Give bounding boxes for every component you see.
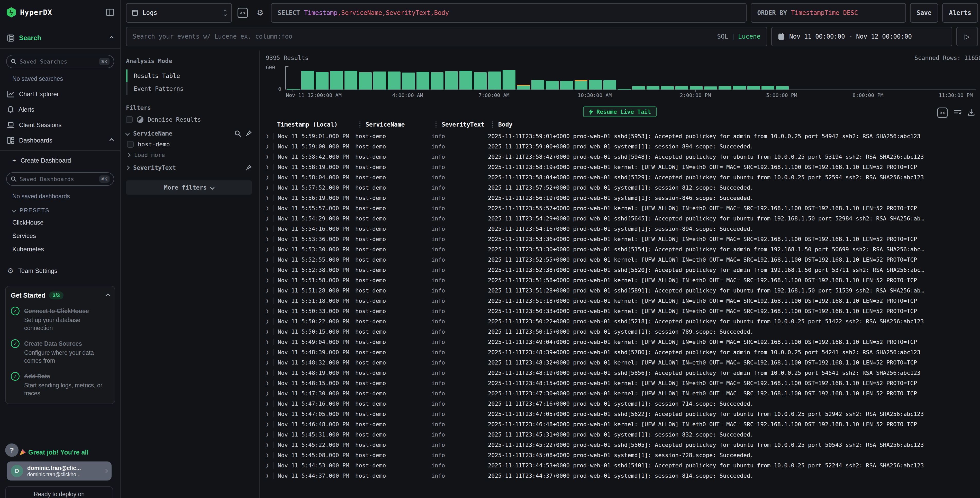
sql-toggle[interactable]: SQL: [717, 33, 728, 40]
histogram-bar[interactable]: [359, 72, 372, 89]
table-row[interactable]: ❯Nov 11 5:45:22.000 PMhost-demoinfo2025-…: [260, 440, 980, 450]
column-severitytext[interactable]: SeverityText: [436, 121, 492, 128]
download-icon[interactable]: [968, 109, 975, 116]
histogram-bar[interactable]: [603, 80, 616, 89]
resume-live-tail-button[interactable]: Resume Live Tail: [583, 107, 657, 117]
table-row[interactable]: ❯Nov 11 5:44:37.000 PMhost-demoinfo2025-…: [260, 471, 980, 481]
table-row[interactable]: ❯Nov 11 5:57:52.000 PMhost-demoinfo2025-…: [260, 182, 980, 193]
chart-plot[interactable]: [285, 66, 976, 89]
preset-kubernetes[interactable]: Kubernetes: [0, 243, 120, 256]
histogram-bar[interactable]: [503, 70, 515, 90]
mode-event-patterns[interactable]: Event Patterns: [126, 82, 252, 95]
pin-icon[interactable]: [245, 130, 252, 137]
mode-results-table[interactable]: Results Table: [126, 69, 252, 82]
histogram-bar[interactable]: [704, 86, 717, 89]
denoise-results-checkbox[interactable]: Denoise Results: [126, 116, 252, 123]
sidebar-item-alerts[interactable]: Alerts: [0, 102, 120, 117]
table-row[interactable]: ❯Nov 11 5:50:33.000 PMhost-demoinfo2025-…: [260, 306, 980, 316]
histogram-bar[interactable]: [460, 71, 472, 89]
histogram-bar[interactable]: [733, 86, 746, 89]
histogram-bar[interactable]: [488, 72, 501, 90]
event-search-input[interactable]: Search your events w/ Lucene ex. column:…: [126, 27, 767, 46]
table-row[interactable]: ❯Nov 11 5:45:31.000 PMhost-demoinfo2025-…: [260, 429, 980, 440]
table-row[interactable]: ❯Nov 11 5:58:04.000 PMhost-demoinfo2025-…: [260, 172, 980, 182]
column-body[interactable]: Body: [492, 121, 980, 128]
histogram-bar[interactable]: [647, 86, 659, 89]
histogram-bar[interactable]: [589, 80, 602, 89]
column-resize-handle[interactable]: [360, 121, 360, 128]
table-row[interactable]: ❯Nov 11 5:58:19.000 PMhost-demoinfo2025-…: [260, 162, 980, 172]
presets-header[interactable]: PRESETS: [0, 204, 120, 216]
lucene-toggle[interactable]: Lucene: [738, 33, 760, 40]
table-row[interactable]: ❯Nov 11 5:55:57.000 PMhost-demoinfo2025-…: [260, 203, 980, 213]
table-row[interactable]: ❯Nov 11 5:47:30.000 PMhost-demoinfo2025-…: [260, 388, 980, 399]
table-row[interactable]: ❯Nov 11 5:45:08.000 PMhost-demoinfo2025-…: [260, 450, 980, 460]
histogram-bar[interactable]: [316, 72, 329, 89]
histogram-bar[interactable]: [301, 71, 314, 90]
table-row[interactable]: ❯Nov 11 5:56:19.000 PMhost-demoinfo2025-…: [260, 193, 980, 203]
table-code-icon[interactable]: <>: [937, 107, 948, 118]
table-row[interactable]: ❯Nov 11 5:46:48.000 PMhost-demoinfo2025-…: [260, 419, 980, 429]
order-by-input[interactable]: ORDER BYTimestampTime DESC: [751, 3, 906, 22]
table-row[interactable]: ❯Nov 11 5:54:29.000 PMhost-demoinfo2025-…: [260, 213, 980, 223]
sidebar-item-team-settings[interactable]: ⚙ Team Settings: [0, 263, 120, 279]
edit-sql-button[interactable]: <>: [236, 6, 249, 19]
table-row[interactable]: ❯Nov 11 5:53:30.000 PMhost-demoinfo2025-…: [260, 244, 980, 254]
histogram-bar[interactable]: [675, 86, 688, 89]
user-menu[interactable]: D dominic.tran@clic... dominic.tran@clic…: [7, 461, 111, 480]
table-row[interactable]: ❯Nov 11 5:53:36.000 PMhost-demoinfo2025-…: [260, 234, 980, 244]
sidebar-item-chart-explorer[interactable]: Chart Explorer: [0, 86, 120, 102]
histogram-bar[interactable]: [546, 81, 558, 89]
histogram-bar[interactable]: [661, 86, 674, 89]
wrap-lines-icon[interactable]: [954, 109, 961, 116]
histogram-bar[interactable]: [762, 86, 774, 89]
table-row[interactable]: ❯Nov 11 5:48:19.000 PMhost-demoinfo2025-…: [260, 367, 980, 378]
more-filters-button[interactable]: More filters: [126, 180, 252, 195]
table-row[interactable]: ❯Nov 11 5:59:01.000 PMhost-demoinfo2025-…: [260, 131, 980, 141]
histogram-bar[interactable]: [417, 72, 430, 89]
get-started-item[interactable]: ✓Add DataStart sending logs, metrics, or…: [11, 371, 110, 397]
histogram-bar[interactable]: [574, 80, 587, 90]
filter-group-servicename[interactable]: ServiceName: [126, 130, 252, 137]
table-row[interactable]: ❯Nov 11 5:51:18.000 PMhost-demoinfo2025-…: [260, 295, 980, 306]
table-row[interactable]: ❯Nov 11 5:47:16.000 PMhost-demoinfo2025-…: [260, 399, 980, 409]
alerts-button[interactable]: Alerts: [942, 3, 978, 22]
table-row[interactable]: ❯Nov 11 5:51:28.000 PMhost-demoinfo2025-…: [260, 285, 980, 295]
table-row[interactable]: ❯Nov 11 5:48:32.000 PMhost-demoinfo2025-…: [260, 357, 980, 367]
preset-services[interactable]: Services: [0, 229, 120, 243]
histogram-bar[interactable]: [719, 86, 732, 89]
table-row[interactable]: ❯Nov 11 5:52:55.000 PMhost-demoinfo2025-…: [260, 254, 980, 265]
table-row[interactable]: ❯Nov 11 5:44:53.000 PMhost-demoinfo2025-…: [260, 460, 980, 471]
histogram-bar[interactable]: [345, 71, 357, 89]
get-started-item[interactable]: ✓Connect to ClickHouseSet up your databa…: [11, 306, 110, 332]
histogram-bar[interactable]: [776, 86, 789, 89]
saved-searches-input[interactable]: Saved Searches ⌘K: [6, 55, 114, 68]
histogram-bar[interactable]: [373, 72, 386, 89]
table-row[interactable]: ❯Nov 11 5:52:38.000 PMhost-demoinfo2025-…: [260, 265, 980, 275]
filter-group-severitytext[interactable]: SeverityText: [126, 164, 252, 171]
table-row[interactable]: ❯Nov 11 5:47:05.000 PMhost-demoinfo2025-…: [260, 409, 980, 419]
create-dashboard-button[interactable]: + Create Dashboard: [0, 153, 120, 168]
histogram-bar[interactable]: [431, 72, 444, 90]
histogram-bar[interactable]: [445, 71, 458, 89]
histogram-bar[interactable]: [531, 80, 544, 89]
histogram-bar[interactable]: [747, 86, 760, 89]
table-row[interactable]: ❯Nov 11 5:48:15.000 PMhost-demoinfo2025-…: [260, 378, 980, 388]
date-range-picker[interactable]: Nov 11 00:00:00 - Nov 12 00:00:00: [771, 27, 952, 46]
column-resize-handle[interactable]: [436, 121, 436, 128]
column-resize-handle[interactable]: [492, 121, 493, 128]
table-row[interactable]: ❯Nov 11 5:59:00.000 PMhost-demoinfo2025-…: [260, 141, 980, 152]
table-row[interactable]: ❯Nov 11 5:58:42.000 PMhost-demoinfo2025-…: [260, 152, 980, 162]
histogram-bar[interactable]: [388, 72, 401, 89]
source-select[interactable]: Logs: [126, 3, 232, 22]
column-servicename[interactable]: ServiceName: [360, 121, 436, 128]
sidebar-item-client-sessions[interactable]: Client Sessions: [0, 117, 120, 133]
table-row[interactable]: ❯Nov 11 5:48:39.000 PMhost-demoinfo2025-…: [260, 347, 980, 357]
run-query-button[interactable]: ▷: [956, 27, 978, 46]
histogram-bar[interactable]: [517, 85, 530, 90]
select-query-input[interactable]: SELECTTimestamp,ServiceName,SeverityText…: [271, 3, 746, 22]
histogram-bar[interactable]: [474, 72, 487, 90]
checkbox[interactable]: [127, 141, 134, 148]
saved-dashboards-input[interactable]: Saved Dashboards ⌘K: [6, 172, 114, 186]
save-button[interactable]: Save: [910, 3, 939, 22]
